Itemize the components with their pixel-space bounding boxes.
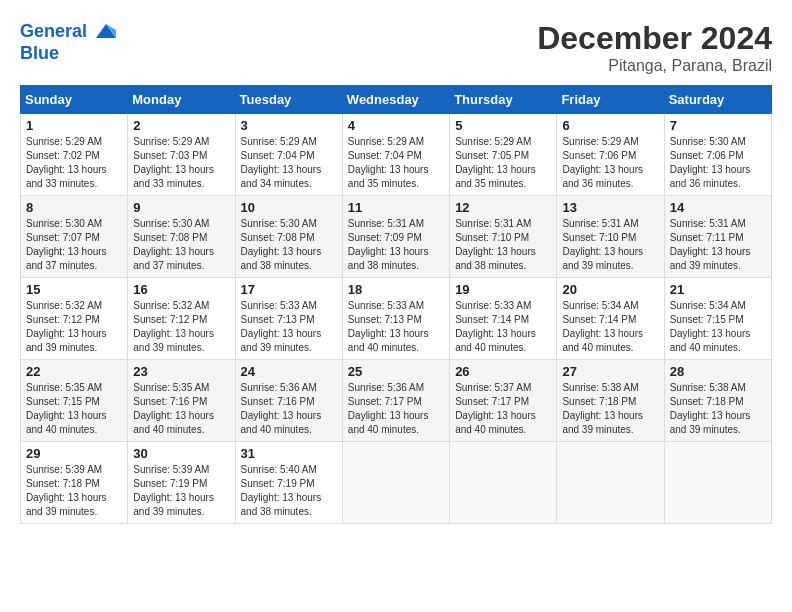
calendar-day-cell: 31 Sunrise: 5:40 AM Sunset: 7:19 PM Dayl… bbox=[235, 442, 342, 524]
daylight-label: Daylight: 13 hours and 40 minutes. bbox=[26, 410, 107, 435]
sunset-label: Sunset: 7:18 PM bbox=[26, 478, 100, 489]
sunrise-label: Sunrise: 5:34 AM bbox=[670, 300, 746, 311]
sunrise-label: Sunrise: 5:30 AM bbox=[26, 218, 102, 229]
day-number: 30 bbox=[133, 446, 229, 461]
day-number: 17 bbox=[241, 282, 337, 297]
day-info: Sunrise: 5:33 AM Sunset: 7:13 PM Dayligh… bbox=[348, 299, 444, 355]
day-info: Sunrise: 5:29 AM Sunset: 7:03 PM Dayligh… bbox=[133, 135, 229, 191]
day-info: Sunrise: 5:32 AM Sunset: 7:12 PM Dayligh… bbox=[133, 299, 229, 355]
calendar-week-row: 22 Sunrise: 5:35 AM Sunset: 7:15 PM Dayl… bbox=[21, 360, 772, 442]
day-number: 26 bbox=[455, 364, 551, 379]
sunset-label: Sunset: 7:10 PM bbox=[455, 232, 529, 243]
sunset-label: Sunset: 7:02 PM bbox=[26, 150, 100, 161]
calendar-day-cell: 4 Sunrise: 5:29 AM Sunset: 7:04 PM Dayli… bbox=[342, 114, 449, 196]
daylight-label: Daylight: 13 hours and 33 minutes. bbox=[26, 164, 107, 189]
calendar-day-cell bbox=[450, 442, 557, 524]
location-title: Pitanga, Parana, Brazil bbox=[537, 57, 772, 75]
daylight-label: Daylight: 13 hours and 40 minutes. bbox=[670, 328, 751, 353]
sunrise-label: Sunrise: 5:30 AM bbox=[670, 136, 746, 147]
calendar-day-cell: 14 Sunrise: 5:31 AM Sunset: 7:11 PM Dayl… bbox=[664, 196, 771, 278]
day-info: Sunrise: 5:29 AM Sunset: 7:05 PM Dayligh… bbox=[455, 135, 551, 191]
day-number: 3 bbox=[241, 118, 337, 133]
calendar-day-cell: 3 Sunrise: 5:29 AM Sunset: 7:04 PM Dayli… bbox=[235, 114, 342, 196]
day-number: 7 bbox=[670, 118, 766, 133]
calendar-day-cell: 13 Sunrise: 5:31 AM Sunset: 7:10 PM Dayl… bbox=[557, 196, 664, 278]
calendar-day-cell: 17 Sunrise: 5:33 AM Sunset: 7:13 PM Dayl… bbox=[235, 278, 342, 360]
sunrise-label: Sunrise: 5:35 AM bbox=[133, 382, 209, 393]
day-number: 23 bbox=[133, 364, 229, 379]
day-number: 18 bbox=[348, 282, 444, 297]
calendar-day-cell: 29 Sunrise: 5:39 AM Sunset: 7:18 PM Dayl… bbox=[21, 442, 128, 524]
calendar-day-cell: 18 Sunrise: 5:33 AM Sunset: 7:13 PM Dayl… bbox=[342, 278, 449, 360]
daylight-label: Daylight: 13 hours and 40 minutes. bbox=[133, 410, 214, 435]
header-monday: Monday bbox=[128, 86, 235, 114]
daylight-label: Daylight: 13 hours and 40 minutes. bbox=[455, 328, 536, 353]
sunset-label: Sunset: 7:03 PM bbox=[133, 150, 207, 161]
calendar-day-cell: 25 Sunrise: 5:36 AM Sunset: 7:17 PM Dayl… bbox=[342, 360, 449, 442]
day-number: 10 bbox=[241, 200, 337, 215]
daylight-label: Daylight: 13 hours and 39 minutes. bbox=[562, 246, 643, 271]
day-info: Sunrise: 5:31 AM Sunset: 7:10 PM Dayligh… bbox=[455, 217, 551, 273]
day-number: 16 bbox=[133, 282, 229, 297]
calendar-day-cell: 30 Sunrise: 5:39 AM Sunset: 7:19 PM Dayl… bbox=[128, 442, 235, 524]
day-number: 31 bbox=[241, 446, 337, 461]
daylight-label: Daylight: 13 hours and 35 minutes. bbox=[348, 164, 429, 189]
day-info: Sunrise: 5:40 AM Sunset: 7:19 PM Dayligh… bbox=[241, 463, 337, 519]
calendar-table: Sunday Monday Tuesday Wednesday Thursday… bbox=[20, 85, 772, 524]
calendar-header-row: Sunday Monday Tuesday Wednesday Thursday… bbox=[21, 86, 772, 114]
day-number: 1 bbox=[26, 118, 122, 133]
sunrise-label: Sunrise: 5:40 AM bbox=[241, 464, 317, 475]
day-number: 20 bbox=[562, 282, 658, 297]
calendar-day-cell bbox=[557, 442, 664, 524]
daylight-label: Daylight: 13 hours and 39 minutes. bbox=[133, 328, 214, 353]
daylight-label: Daylight: 13 hours and 35 minutes. bbox=[455, 164, 536, 189]
calendar-day-cell bbox=[664, 442, 771, 524]
daylight-label: Daylight: 13 hours and 34 minutes. bbox=[241, 164, 322, 189]
sunset-label: Sunset: 7:16 PM bbox=[241, 396, 315, 407]
sunrise-label: Sunrise: 5:35 AM bbox=[26, 382, 102, 393]
day-number: 25 bbox=[348, 364, 444, 379]
daylight-label: Daylight: 13 hours and 33 minutes. bbox=[133, 164, 214, 189]
sunset-label: Sunset: 7:06 PM bbox=[670, 150, 744, 161]
sunrise-label: Sunrise: 5:33 AM bbox=[348, 300, 424, 311]
sunset-label: Sunset: 7:17 PM bbox=[348, 396, 422, 407]
day-info: Sunrise: 5:30 AM Sunset: 7:08 PM Dayligh… bbox=[241, 217, 337, 273]
calendar-day-cell: 19 Sunrise: 5:33 AM Sunset: 7:14 PM Dayl… bbox=[450, 278, 557, 360]
day-number: 22 bbox=[26, 364, 122, 379]
logo-text: General Blue bbox=[20, 20, 118, 64]
sunset-label: Sunset: 7:18 PM bbox=[670, 396, 744, 407]
daylight-label: Daylight: 13 hours and 39 minutes. bbox=[26, 492, 107, 517]
sunrise-label: Sunrise: 5:31 AM bbox=[670, 218, 746, 229]
sunset-label: Sunset: 7:06 PM bbox=[562, 150, 636, 161]
month-title: December 2024 bbox=[537, 20, 772, 57]
header-wednesday: Wednesday bbox=[342, 86, 449, 114]
sunrise-label: Sunrise: 5:30 AM bbox=[241, 218, 317, 229]
daylight-label: Daylight: 13 hours and 38 minutes. bbox=[455, 246, 536, 271]
day-number: 27 bbox=[562, 364, 658, 379]
day-info: Sunrise: 5:35 AM Sunset: 7:16 PM Dayligh… bbox=[133, 381, 229, 437]
sunrise-label: Sunrise: 5:39 AM bbox=[26, 464, 102, 475]
calendar-week-row: 1 Sunrise: 5:29 AM Sunset: 7:02 PM Dayli… bbox=[21, 114, 772, 196]
calendar-day-cell: 26 Sunrise: 5:37 AM Sunset: 7:17 PM Dayl… bbox=[450, 360, 557, 442]
sunrise-label: Sunrise: 5:31 AM bbox=[348, 218, 424, 229]
calendar-day-cell: 5 Sunrise: 5:29 AM Sunset: 7:05 PM Dayli… bbox=[450, 114, 557, 196]
daylight-label: Daylight: 13 hours and 39 minutes. bbox=[670, 410, 751, 435]
sunset-label: Sunset: 7:14 PM bbox=[562, 314, 636, 325]
sunrise-label: Sunrise: 5:31 AM bbox=[562, 218, 638, 229]
day-info: Sunrise: 5:36 AM Sunset: 7:17 PM Dayligh… bbox=[348, 381, 444, 437]
sunrise-label: Sunrise: 5:39 AM bbox=[133, 464, 209, 475]
day-number: 13 bbox=[562, 200, 658, 215]
daylight-label: Daylight: 13 hours and 39 minutes. bbox=[133, 492, 214, 517]
sunrise-label: Sunrise: 5:29 AM bbox=[562, 136, 638, 147]
sunrise-label: Sunrise: 5:38 AM bbox=[670, 382, 746, 393]
daylight-label: Daylight: 13 hours and 40 minutes. bbox=[562, 328, 643, 353]
title-block: December 2024 Pitanga, Parana, Brazil bbox=[537, 20, 772, 75]
day-info: Sunrise: 5:38 AM Sunset: 7:18 PM Dayligh… bbox=[562, 381, 658, 437]
daylight-label: Daylight: 13 hours and 36 minutes. bbox=[562, 164, 643, 189]
calendar-day-cell: 23 Sunrise: 5:35 AM Sunset: 7:16 PM Dayl… bbox=[128, 360, 235, 442]
sunrise-label: Sunrise: 5:36 AM bbox=[348, 382, 424, 393]
sunset-label: Sunset: 7:05 PM bbox=[455, 150, 529, 161]
day-info: Sunrise: 5:31 AM Sunset: 7:09 PM Dayligh… bbox=[348, 217, 444, 273]
sunrise-label: Sunrise: 5:29 AM bbox=[133, 136, 209, 147]
page-header: General Blue December 2024 Pitanga, Para… bbox=[20, 20, 772, 75]
